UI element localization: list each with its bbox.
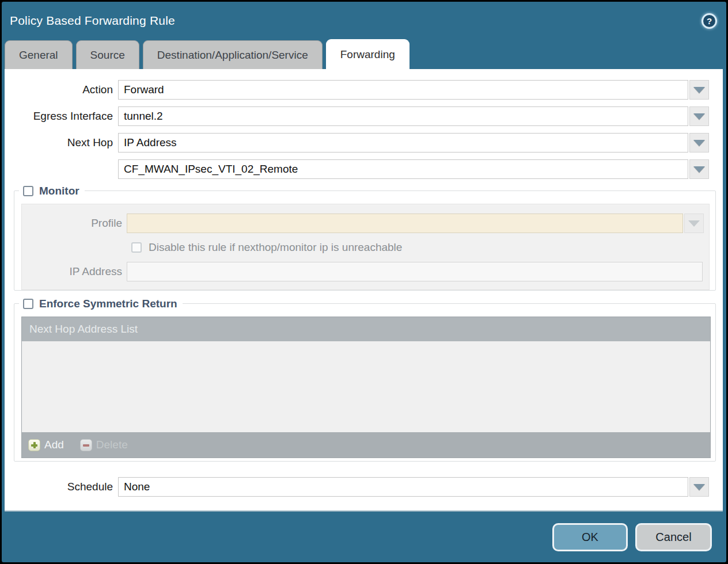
- enforce-symmetric-return-legend: Enforce Symmetric Return: [19, 296, 183, 311]
- egress-interface-select[interactable]: tunnel.2: [118, 106, 688, 126]
- next-hop-dropdown-button[interactable]: [689, 133, 709, 153]
- delete-button[interactable]: Delete: [80, 439, 128, 451]
- next-hop-address-list-body: [22, 341, 710, 432]
- egress-interface-label: Egress Interface: [5, 110, 118, 123]
- policy-based-forwarding-dialog: Policy Based Forwarding Rule ? General S…: [0, 0, 728, 564]
- monitor-legend: Monitor: [19, 183, 85, 199]
- action-label: Action: [5, 83, 118, 96]
- cancel-button[interactable]: Cancel: [635, 523, 712, 551]
- schedule-dropdown-button[interactable]: [689, 477, 709, 497]
- add-button[interactable]: Add: [28, 439, 64, 451]
- profile-dropdown-button[interactable]: [684, 214, 704, 233]
- next-hop-address-list-footer: Add Delete: [22, 432, 710, 458]
- profile-row: Profile: [22, 214, 709, 233]
- disable-rule-row: Disable this rule if nexthop/monitor ip …: [131, 240, 709, 255]
- chevron-down-icon: [693, 484, 705, 490]
- schedule-select[interactable]: None: [118, 477, 688, 497]
- ok-button[interactable]: OK: [552, 523, 628, 551]
- add-button-label: Add: [44, 439, 64, 451]
- next-hop-type-select[interactable]: IP Address: [118, 133, 688, 153]
- disable-rule-label: Disable this rule if nexthop/monitor ip …: [149, 241, 402, 254]
- tab-bar: General Source Destination/Application/S…: [2, 40, 726, 69]
- enforce-symmetric-return-title: Enforce Symmetric Return: [39, 298, 177, 310]
- dialog-titlebar: Policy Based Forwarding Rule ?: [2, 2, 726, 40]
- forwarding-tab-content: Action Forward Egress Interface tunnel.2…: [5, 69, 723, 512]
- profile-label: Profile: [22, 217, 127, 230]
- monitor-panel: Profile Disable this rule if nexthop/mon…: [21, 204, 710, 290]
- chevron-down-icon: [693, 113, 705, 120]
- dialog-title: Policy Based Forwarding Rule: [10, 14, 175, 28]
- chevron-down-icon: [693, 166, 705, 173]
- schedule-label: Schedule: [5, 481, 118, 493]
- tab-destination-application-service[interactable]: Destination/Application/Service: [143, 40, 323, 69]
- chevron-down-icon: [693, 140, 705, 146]
- schedule-row: Schedule None: [5, 477, 723, 497]
- next-hop-address-list-table: Next Hop Address List Add Delete: [21, 317, 711, 458]
- monitor-title: Monitor: [39, 185, 79, 197]
- minus-icon: [80, 439, 92, 451]
- action-dropdown-button[interactable]: [689, 80, 709, 100]
- next-hop-address-select[interactable]: CF_MWAN_IPsec_VTI_02_Remote: [118, 159, 688, 179]
- enforce-symmetric-return-group: Enforce Symmetric Return Next Hop Addres…: [14, 303, 716, 462]
- egress-interface-row: Egress Interface tunnel.2: [5, 106, 723, 126]
- profile-select[interactable]: [127, 214, 683, 233]
- next-hop-address-dropdown-button[interactable]: [689, 159, 709, 179]
- monitor-checkbox[interactable]: [23, 186, 33, 196]
- help-icon[interactable]: ?: [702, 13, 717, 29]
- delete-button-label: Delete: [96, 439, 128, 451]
- tab-source[interactable]: Source: [76, 40, 139, 69]
- monitor-ip-address-label: IP Address: [22, 265, 127, 278]
- tab-general[interactable]: General: [5, 40, 73, 69]
- plus-icon: [28, 439, 40, 451]
- monitor-ip-address-row: IP Address: [22, 262, 709, 281]
- next-hop-row: Next Hop IP Address: [5, 133, 723, 153]
- disable-rule-checkbox[interactable]: [131, 242, 142, 253]
- tab-forwarding[interactable]: Forwarding: [326, 39, 410, 69]
- chevron-down-icon: [688, 220, 700, 227]
- monitor-ip-address-input[interactable]: [127, 262, 703, 281]
- monitor-group: Monitor Profile Disable this rule if nex…: [14, 190, 716, 291]
- chevron-down-icon: [693, 87, 705, 93]
- next-hop-address-list-header: Next Hop Address List: [22, 317, 710, 341]
- action-select[interactable]: Forward: [118, 80, 688, 100]
- egress-interface-dropdown-button[interactable]: [689, 106, 709, 126]
- next-hop-address-row: CF_MWAN_IPsec_VTI_02_Remote: [5, 159, 723, 179]
- dialog-footer: OK Cancel: [2, 509, 726, 562]
- action-row: Action Forward: [5, 80, 723, 100]
- enforce-symmetric-return-checkbox[interactable]: [23, 299, 33, 309]
- next-hop-label: Next Hop: [5, 136, 118, 149]
